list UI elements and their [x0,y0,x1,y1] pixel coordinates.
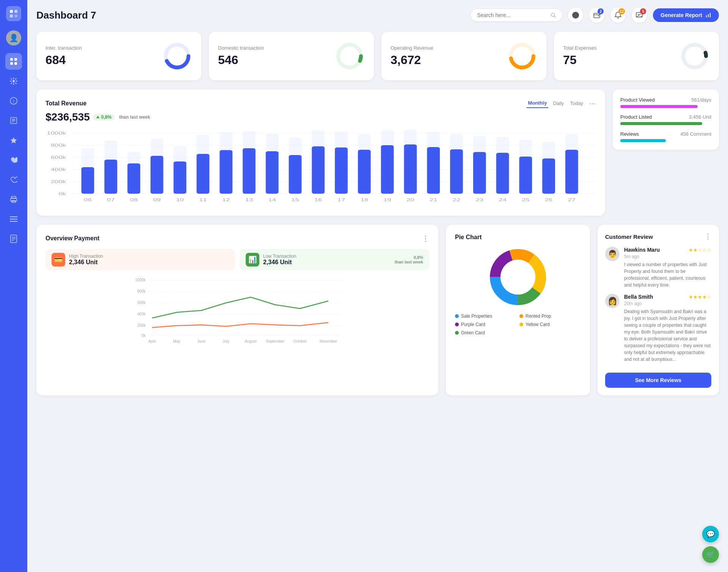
svg-rect-80 [151,156,163,194]
metric-name-2: Reviews [620,131,639,137]
sidebar-item-liked[interactable] [5,152,22,168]
svg-text:June: June [197,339,206,343]
sidebar-logo[interactable] [6,6,21,21]
total-revenue-card: Total Revenue Monthly Daily Today ⋯ $236… [36,89,605,216]
wallet-btn[interactable]: 2 [589,8,604,23]
metric-bar-2 [620,139,666,142]
svg-rect-96 [519,157,532,194]
metrics-card: Product Viewed 561/days Product Listed 3… [613,89,719,150]
svg-rect-98 [565,150,578,194]
pie-legend: Sale Properties Rented Prop Purple Card … [455,313,581,335]
svg-point-36 [338,45,361,67]
sidebar-item-dashboard[interactable] [5,53,22,70]
sidebar-item-favorites[interactable] [5,132,22,149]
svg-rect-81 [174,161,187,194]
svg-text:400k: 400k [51,167,66,172]
stat-value-1: 546 [218,53,264,67]
revenue-title: Total Revenue [46,100,86,107]
svg-rect-33 [710,13,711,17]
stat-value-2: 3,672 [391,53,433,67]
notifications-btn[interactable]: 12 [610,8,626,23]
svg-point-8 [13,80,15,82]
sidebar-item-print[interactable] [5,191,22,208]
svg-rect-83 [220,150,232,194]
search-input[interactable] [477,12,548,18]
svg-rect-7 [14,62,17,65]
svg-rect-89 [358,150,371,194]
avatar[interactable]: 👤 [6,30,21,45]
svg-line-27 [554,16,556,18]
tab-daily[interactable]: Daily [551,99,565,108]
theme-toggle-btn[interactable] [568,8,583,23]
more-options-btn[interactable]: ⋯ [589,99,596,108]
svg-text:12: 12 [222,197,230,202]
svg-rect-78 [104,160,117,194]
messages-badge: 5 [640,8,646,14]
review-more-btn[interactable]: ⋮ [704,232,711,241]
metric-reviews: Reviews 456 Comment [620,131,711,142]
search-box[interactable] [471,9,562,21]
svg-rect-86 [289,155,302,194]
svg-text:19: 19 [383,197,391,202]
svg-text:08: 08 [130,197,138,202]
svg-rect-1 [14,10,17,13]
support-fab-button[interactable]: 💬 [702,526,719,542]
sidebar-item-settings[interactable] [5,73,22,89]
donut-chart-3 [679,41,710,71]
svg-text:April: April [148,339,156,343]
legend-dot-sale [455,314,459,318]
svg-text:15: 15 [291,197,299,202]
svg-text:13: 13 [245,197,253,202]
svg-rect-94 [473,152,486,194]
bar-chart-svg: 1000k 800k 600k 400k 200k 0k [46,129,596,205]
messages-btn[interactable]: 5 [632,8,647,23]
svg-point-26 [551,13,555,17]
svg-rect-95 [496,153,509,194]
reviewer-avatar-0: 👨 [605,247,620,261]
svg-text:06: 06 [84,197,92,202]
legend-dot-purple [455,323,459,326]
generate-report-button[interactable]: Generate Report [653,8,719,22]
svg-rect-79 [127,163,140,194]
cart-fab-button[interactable]: 🛒 [702,546,719,563]
sidebar-item-documents[interactable] [5,230,22,247]
svg-text:400k: 400k [137,312,146,316]
overview-pct: 0,8% [414,255,423,260]
overview-more-btn[interactable]: ⋮ [422,234,429,243]
see-more-reviews-button[interactable]: See More Reviews [605,373,711,388]
tab-today[interactable]: Today [568,99,585,108]
sidebar-item-reports[interactable] [5,112,22,129]
svg-rect-5 [14,58,17,61]
page-title: Dashboard 7 [36,9,96,21]
revenue-badge: 0,8% [93,114,115,121]
chart-header: Total Revenue Monthly Daily Today ⋯ [46,99,596,108]
svg-text:600k: 600k [51,155,66,160]
reviewer-name-0: Hawkins Maru [624,247,660,253]
svg-text:1000k: 1000k [135,278,146,282]
reviewer-avatar-1: 👩 [605,294,620,308]
svg-rect-91 [404,144,417,194]
stat-card-total-expenses: Total Expenses 75 [554,32,719,80]
svg-text:August: August [245,339,256,343]
svg-rect-88 [335,147,348,194]
sidebar-item-info[interactable]: i [5,92,22,109]
svg-rect-97 [542,158,555,194]
high-txn-label: High Transaction [69,254,103,259]
svg-text:i: i [13,99,14,103]
bar-chart-area: 1000k 800k 600k 400k 200k 0k [46,129,596,207]
pie-chart-svg [488,247,548,307]
chart-tabs: Monthly Daily Today ⋯ [527,99,596,108]
middle-row: Total Revenue Monthly Daily Today ⋯ $236… [36,89,719,216]
svg-text:27: 27 [568,197,576,202]
svg-rect-93 [450,149,463,194]
reviewer-0: 👨 Hawkins Maru ★★☆☆☆ 5m ago I viewed a n… [605,247,711,288]
tab-monthly[interactable]: Monthly [527,99,549,108]
reviewer-name-1: Bella Smith [624,294,653,300]
sidebar-item-wishlist[interactable] [5,171,22,188]
svg-rect-2 [10,14,13,17]
metric-product-viewed: Product Viewed 561/days [620,97,711,108]
metric-bar-1 [620,122,702,125]
svg-marker-42 [96,116,99,118]
svg-rect-90 [381,145,394,194]
sidebar-item-menu[interactable] [5,211,22,227]
